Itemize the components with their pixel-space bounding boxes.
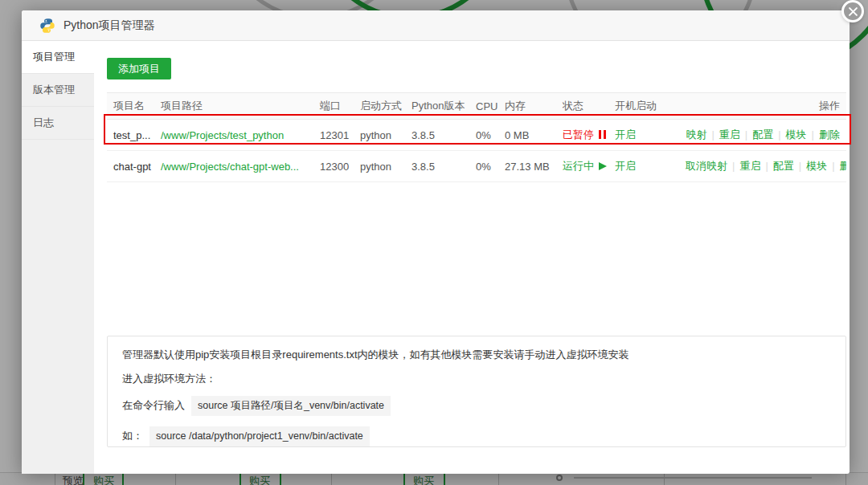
help-line-3: 在命令行输入source 项目路径/项目名_venv/bin/activate <box>122 396 831 416</box>
column-header: 状态 <box>556 93 608 120</box>
status-text: 已暂停 <box>563 128 594 141</box>
action-restart[interactable]: 重启 <box>719 128 740 141</box>
cell-status: 已暂停 <box>556 120 608 151</box>
status-text: 运行中 <box>563 160 594 172</box>
action-delete[interactable]: 删除 <box>819 128 840 141</box>
sidebar: 项目管理版本管理日志 <box>22 41 94 474</box>
help-line-4: 如：source /data/python/project1_venv/bin/… <box>122 426 831 446</box>
play-icon <box>599 162 607 170</box>
action-separator: | <box>765 160 768 172</box>
column-header: CPU <box>469 93 498 120</box>
autostart-toggle[interactable]: 开启 <box>615 160 636 172</box>
project-path-link[interactable]: /www/Projects/test_python <box>161 129 284 141</box>
sidebar-item-version-manage[interactable]: 版本管理 <box>22 74 94 107</box>
cell-python-version: 3.8.5 <box>405 151 469 182</box>
pause-icon <box>599 130 606 139</box>
column-header: 项目路径 <box>154 93 313 120</box>
cell-run-type: python <box>354 120 405 151</box>
action-restart[interactable]: 重启 <box>739 160 760 172</box>
autostart-toggle[interactable]: 开启 <box>615 128 636 141</box>
cell-port: 12301 <box>313 120 354 151</box>
cell-autostart: 开启 <box>608 120 679 151</box>
action-separator: | <box>711 128 714 141</box>
projects-table: 项目名项目路径端口启动方式Python版本CPU内存状态开机启动操作 test_… <box>107 92 846 182</box>
action-unmap[interactable]: 取消映射 <box>686 160 727 172</box>
help-box: 管理器默认使用pip安装项目根目录requirements.txt内的模块，如有… <box>107 336 846 447</box>
python-manager-dialog: Python项目管理器 项目管理版本管理日志 添加项目 项目名项目路径端口启动方… <box>22 10 850 474</box>
table-body: test_p.../www/Projects/test_python12301p… <box>107 120 846 182</box>
table-row: chat-gpt/www/Projects/chat-gpt-web...123… <box>107 151 846 182</box>
cell-project-name: test_p... <box>107 120 154 151</box>
action-map[interactable]: 映射 <box>686 128 706 141</box>
action-separator: | <box>745 128 747 141</box>
action-separator: | <box>832 160 834 172</box>
column-header: Python版本 <box>405 93 469 120</box>
venv-activate-command: source 项目路径/项目名_venv/bin/activate <box>191 396 391 416</box>
cell-run-type: python <box>354 151 405 182</box>
venv-activate-example: source /data/python/project1_venv/bin/ac… <box>149 426 370 446</box>
cell-cpu: 0% <box>469 151 498 182</box>
python-logo-icon <box>39 18 55 34</box>
action-modules[interactable]: 模块 <box>786 128 807 141</box>
dialog-title: Python项目管理器 <box>63 18 155 33</box>
cell-actions: 取消映射|重启|配置|模块|删除 <box>679 151 846 182</box>
cell-memory: 27.13 MB <box>498 151 556 182</box>
add-project-button[interactable]: 添加项目 <box>107 58 171 79</box>
action-config[interactable]: 配置 <box>752 128 773 141</box>
cell-project-path: /www/Projects/test_python <box>154 120 313 151</box>
column-header: 操作 <box>679 93 846 120</box>
column-header: 端口 <box>313 93 354 120</box>
close-icon <box>849 7 858 16</box>
cell-project-path: /www/Projects/chat-gpt-web... <box>154 151 313 182</box>
table-header-row: 项目名项目路径端口启动方式Python版本CPU内存状态开机启动操作 <box>107 93 846 120</box>
cell-status: 运行中 <box>556 151 608 182</box>
help-line-3-label: 在命令行输入 <box>122 399 185 411</box>
action-separator: | <box>799 160 801 172</box>
help-line-4-label: 如： <box>122 430 143 442</box>
column-header: 项目名 <box>107 93 154 120</box>
column-header: 启动方式 <box>354 93 405 120</box>
cell-python-version: 3.8.5 <box>405 120 469 151</box>
column-header: 开机启动 <box>608 93 679 120</box>
action-delete[interactable]: 删除 <box>840 160 846 172</box>
dialog-titlebar: Python项目管理器 <box>22 10 850 41</box>
action-separator: | <box>812 128 814 141</box>
cell-autostart: 开启 <box>608 151 679 182</box>
cell-port: 12300 <box>313 151 354 182</box>
close-button[interactable] <box>841 0 864 22</box>
cell-actions: 映射|重启|配置|模块|删除 <box>679 120 846 151</box>
sidebar-item-project-manage[interactable]: 项目管理 <box>22 41 94 74</box>
main-content: 添加项目 项目名项目路径端口启动方式Python版本CPU内存状态开机启动操作 … <box>94 41 850 474</box>
action-modules[interactable]: 模块 <box>806 160 827 172</box>
column-header: 内存 <box>498 93 556 120</box>
help-line-1: 管理器默认使用pip安装项目根目录requirements.txt内的模块，如有… <box>122 348 831 361</box>
project-path-link[interactable]: /www/Projects/chat-gpt-web... <box>161 161 299 173</box>
help-line-2: 进入虚拟环境方法： <box>122 372 831 385</box>
sidebar-item-logs[interactable]: 日志 <box>22 107 94 140</box>
action-separator: | <box>732 160 735 172</box>
action-config[interactable]: 配置 <box>773 160 794 172</box>
table-row: test_p.../www/Projects/test_python12301p… <box>107 120 846 151</box>
cell-cpu: 0% <box>469 120 498 151</box>
action-separator: | <box>778 128 780 141</box>
cell-memory: 0 MB <box>498 120 556 151</box>
cell-project-name: chat-gpt <box>107 151 154 182</box>
